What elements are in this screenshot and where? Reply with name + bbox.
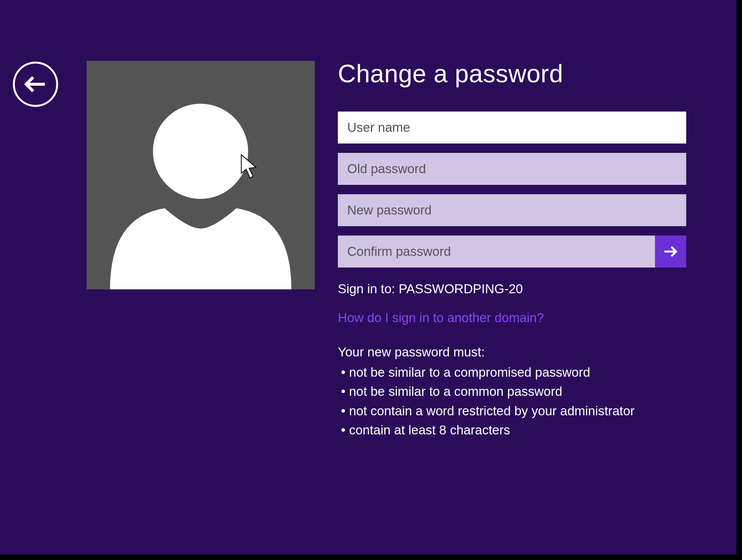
new-password-row [338, 194, 693, 226]
requirement-item: • not contain a word restricted by your … [338, 401, 693, 421]
page-title: Change a password [338, 59, 693, 88]
username-row [338, 112, 693, 144]
requirement-item: • not be similar to a common password [338, 382, 693, 401]
new-password-input[interactable] [338, 194, 686, 226]
change-password-screen: Change a password Sign in to: PASSWORDPI… [0, 0, 737, 555]
back-button[interactable] [13, 62, 58, 107]
requirement-item: • not be similar to a compromised passwo… [338, 363, 693, 382]
password-requirements: Your new password must: • not be similar… [338, 342, 693, 440]
help-link[interactable]: How do I sign in to another domain? [338, 310, 544, 325]
username-input[interactable] [338, 112, 686, 144]
svg-point-0 [153, 104, 248, 199]
content-area: Change a password Sign in to: PASSWORDPI… [338, 59, 693, 440]
confirm-password-row [338, 236, 693, 268]
requirements-heading: Your new password must: [338, 342, 693, 362]
confirm-password-input[interactable] [338, 236, 655, 268]
back-arrow-icon [21, 70, 50, 98]
requirement-item: • contain at least 8 characters [338, 420, 693, 440]
user-avatar [87, 61, 315, 289]
avatar-icon [87, 61, 315, 289]
sign-in-domain-text: Sign in to: PASSWORDPING-20 [338, 282, 693, 296]
submit-button[interactable] [655, 236, 686, 268]
old-password-row [338, 153, 693, 185]
old-password-input[interactable] [338, 153, 686, 185]
submit-arrow-icon [661, 242, 680, 261]
